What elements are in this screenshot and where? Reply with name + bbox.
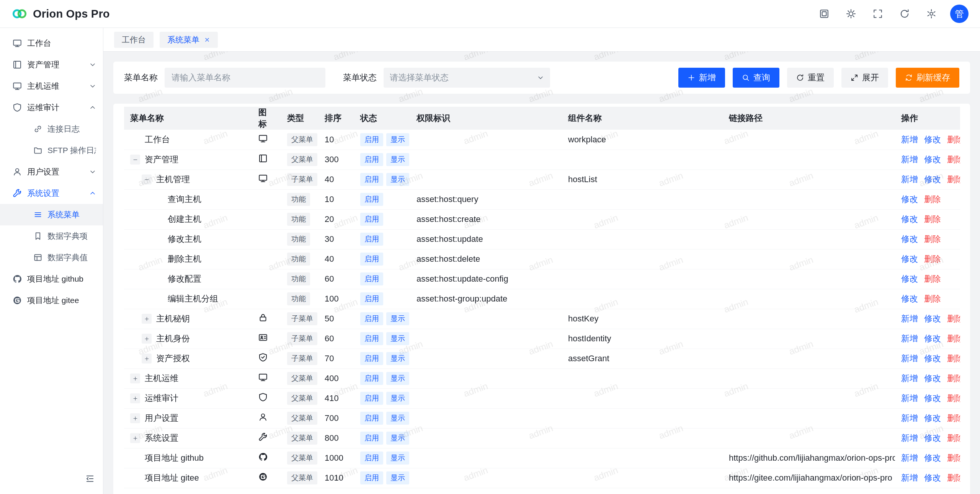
sidebar-item-dict-key[interactable]: 数据字典项 [0, 225, 103, 247]
expand-row-button[interactable] [130, 373, 140, 383]
menu-type-cell: 功能 [281, 189, 318, 209]
sidebar-item-system-settings[interactable]: 系统设置 [0, 183, 103, 204]
action-edit-link[interactable]: 修改 [901, 254, 918, 264]
action-add-link[interactable]: 新增 [901, 413, 918, 423]
action-delete-link[interactable]: 删除 [924, 254, 941, 264]
sidebar-item-gitee[interactable]: 项目地址 gitee [0, 290, 103, 311]
action-edit-link[interactable]: 修改 [924, 473, 941, 483]
action-edit-link[interactable]: 修改 [924, 135, 941, 144]
action-delete-link[interactable]: 删除 [924, 234, 941, 244]
action-edit-link[interactable]: 修改 [924, 393, 941, 403]
action-delete-link[interactable]: 删除 [947, 433, 960, 443]
expand-row-button[interactable] [142, 314, 152, 324]
action-add-link[interactable]: 新增 [901, 155, 918, 164]
action-add-link[interactable]: 新增 [901, 433, 918, 443]
table-row: 项目地址 github父菜单1000启用显示https://github.com… [124, 448, 960, 468]
panel-button[interactable] [816, 6, 832, 22]
expand-row-button[interactable] [142, 334, 152, 344]
sidebar-item-connect-log[interactable]: 连接日志 [0, 118, 103, 140]
table-row: 用户设置父菜单700启用显示新增修改删除 [124, 408, 960, 428]
action-add-link[interactable]: 新增 [901, 393, 918, 403]
tab-close-button[interactable] [204, 37, 210, 43]
refresh-button[interactable] [897, 6, 913, 22]
sidebar-item-dict-value[interactable]: 数据字典值 [0, 247, 103, 268]
sidebar-item-github[interactable]: 项目地址 github [0, 268, 103, 290]
collapse-row-button[interactable] [130, 155, 140, 165]
action-edit-link[interactable]: 修改 [924, 433, 941, 443]
row-actions-cell: 新增修改删除 [895, 408, 960, 428]
fullscreen-button[interactable] [870, 6, 886, 22]
action-delete-link[interactable]: 删除 [947, 473, 960, 483]
menu-name: 工作台 [145, 134, 170, 145]
action-edit-link[interactable]: 修改 [901, 234, 918, 244]
action-edit-link[interactable]: 修改 [924, 354, 941, 363]
sidebar-item-host-ops[interactable]: 主机运维 [0, 75, 103, 97]
chevron-down-icon [89, 61, 96, 68]
action-add-link[interactable]: 新增 [901, 174, 918, 184]
settings-button[interactable] [923, 6, 939, 22]
action-edit-link[interactable]: 修改 [924, 413, 941, 423]
action-delete-link[interactable]: 删除 [924, 194, 941, 204]
user-avatar[interactable]: 管 [950, 5, 969, 23]
action-add-link[interactable]: 新增 [901, 473, 918, 483]
table-row: 主机身份子菜单60启用显示hostIdentity新增修改删除 [124, 329, 960, 349]
action-edit-link[interactable]: 修改 [924, 155, 941, 164]
action-add-link[interactable]: 新增 [901, 135, 918, 144]
link-path-cell [723, 249, 895, 269]
action-delete-link[interactable]: 删除 [947, 174, 960, 184]
action-delete-link[interactable]: 删除 [947, 314, 960, 323]
expand-row-button[interactable] [130, 433, 140, 443]
action-add-link[interactable]: 新增 [901, 453, 918, 463]
action-delete-link[interactable]: 删除 [924, 274, 941, 284]
action-add-link[interactable]: 新增 [901, 314, 918, 323]
action-add-link[interactable]: 新增 [901, 373, 918, 383]
sidebar-item-user-settings[interactable]: 用户设置 [0, 161, 103, 183]
search-button[interactable]: 查询 [733, 68, 779, 88]
sidebar-item-workbench[interactable]: 工作台 [0, 33, 103, 54]
action-delete-link[interactable]: 删除 [947, 453, 960, 463]
action-delete-link[interactable]: 删除 [947, 393, 960, 403]
menu-status-filter-select[interactable]: 请选择菜单状态 [384, 68, 550, 88]
bookmark-icon [34, 232, 42, 240]
theme-button[interactable] [843, 6, 859, 22]
menu-name-filter-input[interactable] [165, 68, 325, 88]
add-button[interactable]: 新增 [678, 68, 725, 88]
action-delete-link[interactable]: 删除 [947, 135, 960, 144]
action-edit-link[interactable]: 修改 [901, 214, 918, 224]
action-add-link[interactable]: 新增 [901, 354, 918, 363]
refresh-cache-button[interactable]: 刷新缓存 [896, 68, 959, 88]
action-edit-link[interactable]: 修改 [924, 334, 941, 343]
action-delete-link[interactable]: 删除 [947, 373, 960, 383]
status-tag: 显示 [386, 133, 409, 146]
action-edit-link[interactable]: 修改 [924, 453, 941, 463]
menu-status-cell: 启用 [354, 209, 410, 229]
action-add-link[interactable]: 新增 [901, 334, 918, 343]
action-delete-link[interactable]: 删除 [947, 354, 960, 363]
sidebar-item-sftp-log[interactable]: SFTP 操作日志 [0, 140, 103, 161]
action-edit-link[interactable]: 修改 [901, 294, 918, 303]
sidebar-item-asset-manage[interactable]: 资产管理 [0, 54, 103, 75]
logo[interactable]: Orion Ops Pro [11, 8, 110, 20]
action-edit-link[interactable]: 修改 [901, 194, 918, 204]
action-edit-link[interactable]: 修改 [901, 274, 918, 284]
action-edit-link[interactable]: 修改 [924, 174, 941, 184]
sidebar-collapse-button[interactable] [83, 472, 97, 486]
expand-row-button[interactable] [130, 393, 140, 403]
action-delete-link[interactable]: 删除 [924, 214, 941, 224]
tab-system-menu[interactable]: 系统菜单 [160, 32, 218, 48]
reset-button[interactable]: 重置 [787, 68, 834, 88]
tab-workbench[interactable]: 工作台 [114, 32, 154, 48]
sidebar-item-ops-audit[interactable]: 运维审计 [0, 97, 103, 118]
expand-row-button[interactable] [130, 413, 140, 423]
action-edit-link[interactable]: 修改 [924, 373, 941, 383]
action-delete-link[interactable]: 删除 [947, 155, 960, 164]
status-tag: 显示 [386, 173, 409, 186]
action-delete-link[interactable]: 删除 [947, 413, 960, 423]
action-delete-link[interactable]: 删除 [947, 334, 960, 343]
action-edit-link[interactable]: 修改 [924, 314, 941, 323]
collapse-row-button[interactable] [142, 174, 152, 184]
expand-row-button[interactable] [142, 354, 152, 364]
sidebar-item-system-menu[interactable]: 系统菜单 [0, 204, 103, 225]
action-delete-link[interactable]: 删除 [924, 294, 941, 303]
expand-button[interactable]: 展开 [841, 68, 888, 88]
